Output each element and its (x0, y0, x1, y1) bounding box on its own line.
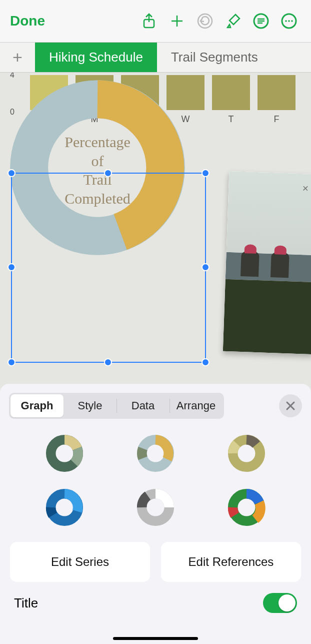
inspector-tabs: Graph Style Data Arrange (9, 393, 224, 419)
insert-icon[interactable] (249, 9, 273, 33)
plus-icon[interactable] (165, 9, 189, 33)
sheet-canvas[interactable]: 4 0 S M T W T F Percentage of Trail (0, 73, 311, 388)
chart-style-grid (9, 419, 302, 542)
top-toolbar: Done (0, 0, 311, 43)
svg-point-6 (291, 20, 293, 22)
chart-style-option[interactable] (136, 488, 175, 527)
sheet-tab-hiking[interactable]: Hiking Schedule (35, 43, 157, 72)
undo-icon (193, 9, 217, 33)
tab-arrange[interactable]: Arrange (170, 394, 222, 417)
photo-object[interactable]: ✕ (223, 171, 311, 354)
chart-style-option[interactable] (45, 488, 84, 527)
format-panel: Graph Style Data Arrange Edit Series Edi… (0, 384, 311, 644)
resize-handle[interactable] (202, 169, 210, 177)
resize-handle[interactable] (8, 263, 16, 271)
edit-references-button[interactable]: Edit References (161, 542, 301, 582)
sheet-tab-trail[interactable]: Trail Segments (157, 43, 272, 72)
chart-style-option[interactable] (136, 434, 175, 473)
chart-style-option[interactable] (227, 434, 266, 473)
bar (258, 75, 296, 110)
resize-handle[interactable] (8, 358, 16, 366)
share-icon[interactable] (137, 9, 161, 33)
title-toggle[interactable] (263, 593, 297, 613)
tab-graph[interactable]: Graph (10, 394, 64, 417)
format-brush-icon[interactable] (221, 9, 245, 33)
selection-frame[interactable] (11, 173, 206, 363)
sheet-tab-bar: + Hiking Schedule Trail Segments (0, 43, 311, 73)
resize-handle[interactable] (202, 263, 210, 271)
svg-point-5 (288, 20, 290, 22)
resize-handle[interactable] (202, 358, 210, 366)
x-tick: T (212, 114, 250, 125)
resize-handle[interactable] (8, 169, 16, 177)
edit-series-button[interactable]: Edit Series (10, 542, 150, 582)
home-indicator (113, 637, 198, 640)
chart-style-option[interactable] (227, 488, 266, 527)
x-tick: F (258, 114, 296, 125)
bird-icon: ✕ (302, 184, 309, 193)
chart-style-option[interactable] (45, 434, 84, 473)
done-button[interactable]: Done (10, 13, 45, 29)
svg-point-4 (285, 20, 287, 22)
resize-handle[interactable] (104, 169, 112, 177)
add-sheet-button[interactable]: + (0, 43, 35, 72)
title-label: Title (14, 595, 38, 611)
resize-handle[interactable] (104, 358, 112, 366)
tab-data[interactable]: Data (116, 394, 170, 417)
more-icon[interactable] (277, 9, 301, 33)
tab-style[interactable]: Style (64, 394, 116, 417)
close-icon[interactable] (279, 394, 302, 417)
bar (212, 75, 250, 110)
